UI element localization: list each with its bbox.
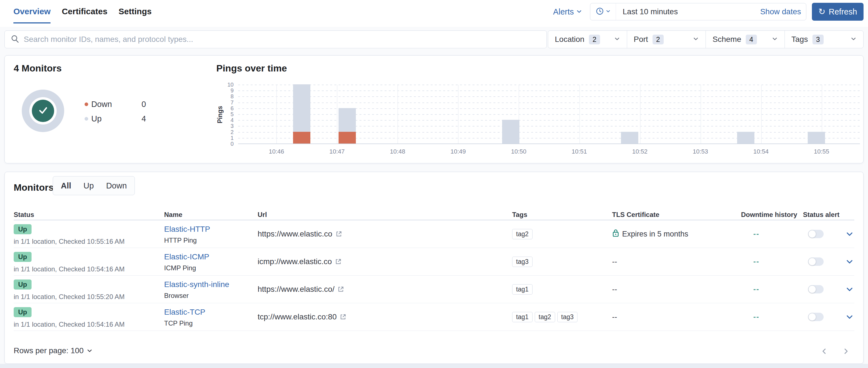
tab-overview[interactable]: Overview [13,7,51,24]
monitor-type: HTTP Ping [164,237,258,244]
chevron-down-icon [606,9,611,15]
status-detail: in 1/1 location, Checked 10:54:16 AM [14,265,164,273]
tag-chip[interactable]: tag2 [535,312,555,322]
legend-dot [85,102,88,106]
x-tick-label: 10:46 [269,148,284,155]
pagination-prev-button[interactable] [818,346,830,357]
status-detail: in 1/1 location, Checked 10:54:16 AM [14,320,164,328]
gridline [238,108,860,109]
tag-chip[interactable]: tag1 [512,284,532,295]
monitors-table: StatusNameUrlTagsTLS CertificateDowntime… [14,211,854,331]
monitor-name-link[interactable]: Elastic-HTTP [164,225,210,234]
monitor-row: Upin 1/1 location, Checked 10:54:16 AMEl… [14,248,854,276]
filter-scheme[interactable]: Scheme4 [706,31,785,48]
gridline [238,85,860,85]
pings-bar-chart [238,85,860,144]
monitor-type: ICMP Ping [164,264,258,272]
filter-tags[interactable]: Tags3 [785,31,864,48]
page-bottom-strip [0,364,868,368]
url-cell: tcp://www.elastic.co:80 [258,312,512,321]
monitors-title: Monitors [14,182,54,193]
monitor-url-link[interactable]: https://www.elastic.co/ [258,285,334,294]
monitor-url-link[interactable]: https://www.elastic.co [258,229,333,239]
gridline [337,85,337,144]
time-range-picker: Last 10 minutes Show dates [590,3,806,20]
tag-chip[interactable]: tag3 [512,256,532,267]
filter-label: Tags [792,35,808,44]
name-cell: Elastic-TCPTCP Ping [164,303,258,327]
column-header-url: Url [258,211,512,219]
monitor-url-link[interactable]: tcp://www.elastic.co:80 [258,312,337,321]
monitor-name-link[interactable]: Elastic-synth-inline [164,280,229,289]
status-detail: in 1/1 location, Checked 10:55:20 AM [14,293,164,301]
x-tick-label: 10:47 [329,148,345,155]
status-filter-tabs: AllUpDown [53,176,135,195]
status-tab-up[interactable]: Up [77,181,100,190]
status-cell: Upin 1/1 location, Checked 10:54:16 AM [14,248,164,273]
expand-row-button[interactable] [845,257,854,266]
chevron-down-icon [850,36,857,43]
search-input[interactable] [24,35,540,44]
tag-chip[interactable]: tag2 [512,229,532,239]
pagination-next-button[interactable] [840,346,851,357]
gridline [397,85,398,144]
filter-port[interactable]: Port2 [627,31,706,48]
chevron-down-icon [614,36,620,43]
gridline [238,132,860,133]
alerts-dropdown[interactable]: Alerts [553,7,582,17]
monitor-row: Upin 1/1 location, Checked 10:55:16 AMEl… [14,220,854,248]
tag-chip[interactable]: tag3 [557,312,578,322]
status-tab-all[interactable]: All [55,181,77,190]
show-dates-button[interactable]: Show dates [760,7,806,16]
table-footer: Rows per page: 100 [14,343,854,360]
legend-item-down: Down0 [85,98,174,110]
status-alert-cell [803,285,845,294]
ping-bar [621,132,638,144]
status-alert-toggle[interactable] [808,285,824,294]
refresh-button[interactable]: ↻ Refresh [812,3,864,21]
gridline [238,138,860,139]
gridline [640,85,641,144]
status-tab-down[interactable]: Down [100,181,133,190]
lock-icon [612,229,619,239]
status-alert-toggle[interactable] [808,257,824,266]
tab-certificates[interactable]: Certificates [62,7,107,24]
name-cell: Elastic-synth-inlineBrowser [164,276,258,300]
url-cell: icmp://www.elastic.co [258,257,512,266]
tls-certificate-cell: -- [612,257,741,266]
app-tabs: OverviewCertificatesSettings [13,7,152,24]
quick-select-button[interactable] [590,3,616,20]
up-segment [293,84,310,132]
monitor-type: Browser [164,292,258,300]
status-alert-toggle[interactable] [808,230,824,238]
tls-empty-value: -- [612,285,617,294]
monitor-row: Upin 1/1 location, Checked 10:54:16 AMEl… [14,303,854,331]
rows-per-page-label: Rows per page: 100 [14,346,84,355]
tag-chip[interactable]: tag1 [512,312,532,322]
downtime-history-value: -- [741,285,760,294]
time-range-label[interactable]: Last 10 minutes [616,7,678,16]
expand-row-button[interactable] [845,313,854,321]
search-icon [11,35,19,44]
gridline [238,102,860,103]
rows-per-page-button[interactable]: Rows per page: 100 [14,346,93,355]
status-badge: Up [14,224,32,234]
expand-row-button[interactable] [845,230,854,238]
filter-location[interactable]: Location2 [548,31,627,48]
toggle-knob [808,285,816,293]
expand-row-button[interactable] [845,285,854,294]
filter-count-badge: 3 [812,35,824,44]
gridline [276,85,277,144]
status-cell: Upin 1/1 location, Checked 10:55:16 AM [14,220,164,245]
monitor-name-link[interactable]: Elastic-TCP [164,308,206,317]
column-header-downtime-history: Downtime history [741,211,803,219]
status-alert-toggle[interactable] [808,313,824,321]
downtime-history-cell: -- [741,285,803,294]
monitor-url-link[interactable]: icmp://www.elastic.co [258,257,332,266]
filter-label: Location [555,35,584,44]
monitor-name-link[interactable]: Elastic-ICMP [164,252,209,262]
table-header-row: StatusNameUrlTagsTLS CertificateDowntime… [14,211,854,220]
downtime-history-cell: -- [741,313,803,321]
tab-settings[interactable]: Settings [119,7,152,24]
filter-count-badge: 4 [746,35,757,44]
